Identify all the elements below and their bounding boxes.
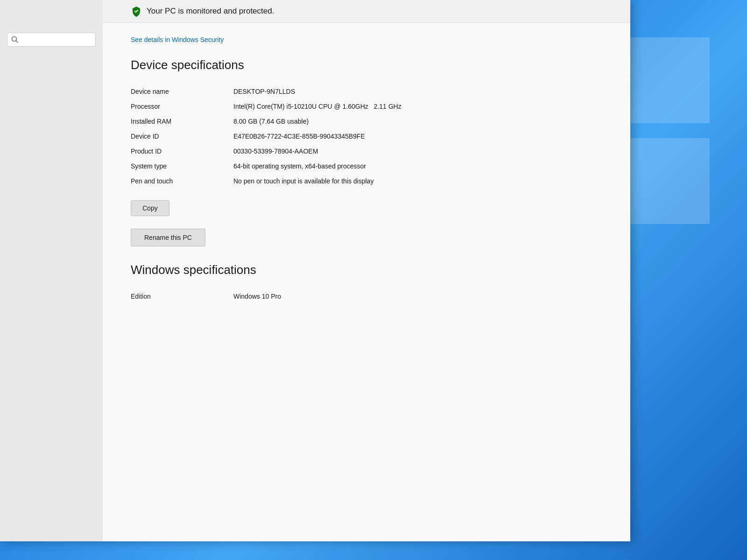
table-row: Product ID 00330-53399-78904-AAOEM (131, 144, 602, 159)
shield-icon (131, 6, 142, 17)
table-row: Device name DESKTOP-9N7LLDS (131, 84, 602, 99)
table-row: Pen and touch No pen or touch input is a… (131, 174, 602, 189)
spec-label-ram: Installed RAM (131, 114, 224, 129)
spec-label-edition: Edition (131, 289, 224, 304)
copy-button[interactable]: Copy (131, 200, 169, 216)
device-buttons: Copy Rename this PC (131, 193, 602, 246)
table-row: System type 64-bit operating system, x64… (131, 159, 602, 174)
rename-pc-button[interactable]: Rename this PC (131, 229, 205, 246)
windows-specs-title: Windows specifications (131, 263, 602, 277)
search-icon (11, 36, 19, 43)
windows-specs-table: Edition Windows 10 Pro (131, 289, 602, 304)
status-bar: Your PC is monitored and protected. (103, 0, 630, 23)
table-row: Device ID E47E0B26-7722-4C3E-855B-990433… (131, 129, 602, 144)
settings-window: Your PC is monitored and protected. See … (0, 0, 630, 541)
spec-value-product-id: 00330-53399-78904-AAOEM (224, 144, 602, 159)
security-link[interactable]: See details in Windows Security (131, 36, 224, 43)
svg-rect-1 (624, 37, 710, 123)
table-row: Processor Intel(R) Core(TM) i5-10210U CP… (131, 99, 602, 114)
spec-value-device-id: E47E0B26-7722-4C3E-855B-99043345B9FE (224, 129, 602, 144)
windows-specs-section: Windows specifications Edition Windows 1… (131, 263, 602, 304)
status-text: Your PC is monitored and protected. (147, 7, 274, 16)
spec-label-system-type: System type (131, 159, 224, 174)
device-specs-title: Device specifications (131, 58, 602, 72)
spec-label-device-name: Device name (131, 84, 224, 99)
spec-label-processor: Processor (131, 99, 224, 114)
spec-value-pen-touch: No pen or touch input is available for t… (224, 174, 602, 189)
svg-rect-3 (624, 138, 710, 224)
spec-value-system-type: 64-bit operating system, x64-based proce… (224, 159, 602, 174)
spec-value-edition: Windows 10 Pro (224, 289, 602, 304)
sidebar (0, 0, 103, 541)
svg-line-5 (16, 41, 18, 43)
spec-value-device-name: DESKTOP-9N7LLDS (224, 84, 602, 99)
spec-label-product-id: Product ID (131, 144, 224, 159)
table-row: Installed RAM 8.00 GB (7.64 GB usable) (131, 114, 602, 129)
spec-label-pen-touch: Pen and touch (131, 174, 224, 189)
spec-label-device-id: Device ID (131, 129, 224, 144)
device-specs-table: Device name DESKTOP-9N7LLDS Processor In… (131, 84, 602, 189)
main-content: Your PC is monitored and protected. See … (103, 0, 630, 541)
table-row: Edition Windows 10 Pro (131, 289, 602, 304)
spec-value-ram: 8.00 GB (7.64 GB usable) (224, 114, 602, 129)
search-box[interactable] (7, 33, 96, 47)
spec-value-processor: Intel(R) Core(TM) i5-10210U CPU @ 1.60GH… (224, 99, 602, 114)
